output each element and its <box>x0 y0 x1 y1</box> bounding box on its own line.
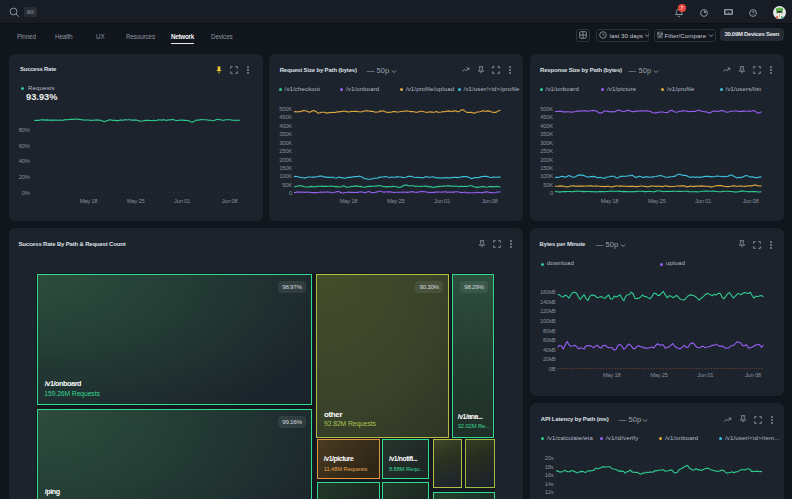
svg-text:Jun 01: Jun 01 <box>174 198 190 204</box>
svg-text:350K: 350K <box>279 131 292 137</box>
svg-text:Jun 01: Jun 01 <box>695 198 711 204</box>
svg-text:20kB: 20kB <box>543 356 556 362</box>
svg-text:300K: 300K <box>540 140 553 146</box>
svg-text:350K: 350K <box>540 131 553 137</box>
svg-text:0: 0 <box>550 190 553 196</box>
svg-text:?: ? <box>751 10 754 16</box>
svg-text:500K: 500K <box>279 106 292 112</box>
svg-text:May 18: May 18 <box>601 198 619 204</box>
svg-text:450K: 450K <box>279 114 292 120</box>
svg-text:May 25: May 25 <box>648 198 666 204</box>
svg-text:150K: 150K <box>279 165 292 171</box>
svg-text:80kB: 80kB <box>543 328 556 334</box>
svg-text:16s: 16s <box>545 472 554 478</box>
svg-text:400K: 400K <box>279 123 292 129</box>
svg-text:200K: 200K <box>279 157 292 163</box>
svg-text:60%: 60% <box>19 143 30 149</box>
svg-text:0: 0 <box>289 190 292 196</box>
svg-text:450K: 450K <box>540 114 553 120</box>
svg-text:May 25: May 25 <box>387 198 405 204</box>
svg-text:12s: 12s <box>545 489 554 495</box>
svg-text:140kB: 140kB <box>540 299 556 305</box>
svg-text:Jun 08: Jun 08 <box>743 198 759 204</box>
svg-text:May 18: May 18 <box>603 372 621 378</box>
svg-text:May 25: May 25 <box>650 372 668 378</box>
svg-text:20s: 20s <box>545 455 554 461</box>
svg-text:80%: 80% <box>19 127 30 133</box>
svg-text:250K: 250K <box>540 148 553 154</box>
svg-text:0B: 0B <box>549 366 556 372</box>
svg-text:200K: 200K <box>540 157 553 163</box>
svg-text:May 25: May 25 <box>127 198 145 204</box>
svg-text:20%: 20% <box>19 174 30 180</box>
svg-text:300K: 300K <box>279 140 292 146</box>
svg-text:100kB: 100kB <box>540 318 556 324</box>
svg-text:0%: 0% <box>22 190 30 196</box>
svg-text:40kB: 40kB <box>543 347 556 353</box>
svg-text:120kB: 120kB <box>540 308 556 314</box>
svg-text:250K: 250K <box>279 148 292 154</box>
svg-text:Jun 08: Jun 08 <box>222 198 238 204</box>
svg-text:50K: 50K <box>282 182 292 188</box>
svg-text:60kB: 60kB <box>543 337 556 343</box>
svg-text:400K: 400K <box>540 123 553 129</box>
svg-text:100K: 100K <box>540 173 553 179</box>
svg-text:14s: 14s <box>545 481 554 487</box>
svg-text:50K: 50K <box>543 182 553 188</box>
svg-text:160kB: 160kB <box>540 289 556 295</box>
svg-text:May 18: May 18 <box>80 198 98 204</box>
svg-text:Jun 01: Jun 01 <box>697 372 713 378</box>
svg-text:500K: 500K <box>540 106 553 112</box>
svg-text:100K: 100K <box>279 173 292 179</box>
svg-text:40%: 40% <box>19 158 30 164</box>
svg-text:Jun 08: Jun 08 <box>482 198 498 204</box>
svg-text:Jun 08: Jun 08 <box>745 372 761 378</box>
svg-text:Jun 01: Jun 01 <box>434 198 450 204</box>
svg-text:150K: 150K <box>540 165 553 171</box>
svg-text:May 18: May 18 <box>340 198 358 204</box>
svg-text:18s: 18s <box>545 464 554 470</box>
